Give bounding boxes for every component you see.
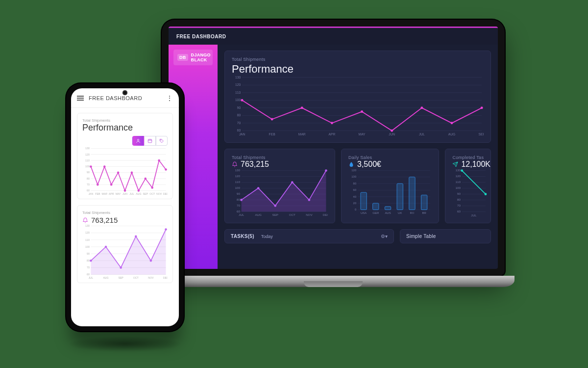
svg-text:90: 90	[87, 252, 90, 255]
svg-point-19	[331, 122, 333, 124]
completed-card: Completed Tas 12,100K 607080901001101201…	[445, 149, 491, 223]
svg-point-22	[420, 106, 423, 109]
svg-text:MAY: MAY	[116, 192, 121, 195]
phone-shadow	[69, 336, 181, 352]
svg-text:100: 100	[351, 175, 357, 178]
svg-text:SEP: SEP	[118, 276, 123, 279]
svg-text:BR: BR	[422, 211, 427, 214]
svg-rect-108	[148, 139, 152, 143]
seg-user-icon[interactable]	[132, 136, 144, 146]
svg-point-105	[485, 193, 487, 195]
svg-rect-86	[421, 195, 427, 210]
svg-text:NOV: NOV	[156, 192, 162, 195]
shipments-chart: 60708090100110120130JULAUGSEPOCTNOVDEC	[232, 169, 328, 217]
sidebar-brand-short: DB	[177, 54, 188, 61]
svg-text:60: 60	[87, 273, 90, 276]
svg-text:120: 120	[351, 169, 357, 172]
kebab-icon[interactable]: ⋮	[166, 94, 173, 102]
seg-calendar-icon[interactable]	[144, 136, 156, 146]
simple-table-card[interactable]: Simple Table	[400, 229, 491, 243]
svg-text:DEC: DEC	[163, 276, 168, 279]
sidebar-brand-label: DJANGO BLACK	[191, 53, 211, 62]
mobile-performance-title: Performance	[82, 123, 168, 133]
svg-rect-80	[385, 207, 391, 210]
svg-text:APR: APR	[109, 192, 114, 195]
svg-text:90: 90	[87, 171, 90, 174]
svg-point-135	[151, 186, 153, 189]
svg-point-170	[150, 260, 152, 262]
svg-text:UK: UK	[398, 211, 402, 214]
svg-text:AUS: AUS	[385, 211, 391, 214]
mobile-performance-subtitle: Total Shipments	[82, 118, 168, 123]
performance-subtitle: Total Shipments	[232, 57, 484, 62]
svg-rect-82	[397, 184, 403, 210]
svg-text:JUL: JUL	[89, 276, 93, 279]
svg-text:100: 100	[85, 165, 90, 168]
svg-text:DEC: DEC	[163, 192, 168, 195]
svg-rect-76	[361, 192, 367, 210]
bell-icon	[82, 217, 88, 223]
completed-subtitle: Completed Tas	[452, 155, 488, 160]
svg-text:FEB: FEB	[269, 132, 276, 136]
svg-point-55	[325, 169, 327, 172]
sales-value: 3,500€	[357, 160, 381, 169]
shipments-value: 763,215	[241, 160, 269, 169]
mobile-shipments-subtitle: Total Shipments	[82, 210, 168, 215]
svg-text:80: 80	[87, 177, 90, 180]
svg-text:OCT: OCT	[289, 213, 295, 216]
sales-subtitle: Daily Sales	[348, 155, 432, 160]
performance-chart: 60708090100110120130JANFEBMARAPRMAYJUNJU…	[232, 76, 484, 136]
svg-point-20	[361, 110, 363, 113]
phone-device: FREE DASHBOARD ⋮ Total Shipments Perform…	[66, 83, 184, 331]
svg-point-18	[301, 106, 303, 109]
mobile-shipments-value: 763,215	[91, 216, 118, 224]
desktop-topbar: FREE DASHBOARD	[169, 28, 498, 45]
svg-point-169	[135, 236, 137, 238]
droplet-icon	[348, 161, 354, 167]
svg-text:AUG: AUG	[448, 132, 455, 136]
hamburger-icon[interactable]	[77, 96, 84, 101]
svg-point-129	[110, 184, 113, 186]
mobile-shipments-chart: 60708090100110120130JULAUGSEPOCTNOVDEC	[82, 224, 168, 280]
laptop-device: FREE DASHBOARD DB DJANGO BLACK Total Shi…	[152, 20, 514, 316]
seg-tag-icon[interactable]	[156, 136, 168, 146]
svg-text:130: 130	[456, 169, 461, 172]
completed-value: 12,100K	[461, 160, 490, 169]
tasks-card[interactable]: TASKS(5) Today ⚙▾	[224, 229, 394, 243]
svg-text:60: 60	[353, 188, 357, 191]
tasks-title: TASKS(5)	[231, 234, 254, 239]
svg-point-53	[291, 181, 294, 184]
svg-text:SEP: SEP	[479, 132, 484, 136]
svg-point-17	[271, 118, 273, 121]
svg-text:70: 70	[87, 183, 90, 186]
svg-text:JUL: JUL	[239, 213, 245, 216]
svg-point-128	[103, 165, 106, 168]
svg-point-133	[138, 189, 140, 192]
svg-text:OCT: OCT	[149, 192, 155, 195]
gear-icon[interactable]: ⚙▾	[381, 234, 388, 239]
send-icon	[452, 161, 458, 167]
svg-point-54	[308, 199, 311, 201]
svg-text:120: 120	[235, 174, 241, 178]
svg-text:100: 100	[456, 186, 461, 189]
tasks-tab-today[interactable]: Today	[261, 234, 273, 239]
laptop-lid: FREE DASHBOARD DB DJANGO BLACK Total Shi…	[162, 20, 505, 276]
sidebar-brand-badge[interactable]: DB DJANGO BLACK	[173, 50, 213, 65]
mobile-performance-card: Total Shipments Performance 607080901001…	[77, 113, 173, 199]
svg-text:120: 120	[235, 83, 241, 86]
svg-text:60: 60	[237, 129, 241, 132]
svg-point-50	[240, 199, 243, 201]
svg-text:100: 100	[85, 245, 90, 248]
svg-text:DEC: DEC	[323, 213, 328, 216]
svg-point-166	[90, 260, 92, 262]
svg-point-23	[451, 122, 453, 124]
svg-point-167	[105, 246, 107, 248]
svg-point-132	[131, 171, 133, 174]
svg-text:60: 60	[87, 189, 90, 192]
svg-text:FEB: FEB	[95, 192, 100, 195]
svg-point-51	[257, 187, 260, 189]
svg-point-21	[391, 130, 393, 132]
laptop-notch	[304, 281, 363, 287]
svg-text:AUG: AUG	[103, 276, 108, 279]
svg-point-171	[165, 228, 167, 231]
